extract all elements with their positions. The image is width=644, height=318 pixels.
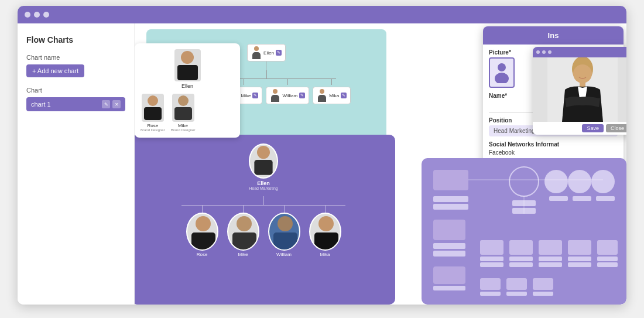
svg-rect-26 [433,266,465,284]
large-rose-name: Rose [197,252,208,257]
svg-point-0 [498,63,506,71]
mika-avatar [317,89,327,102]
svg-rect-20 [433,170,468,190]
svg-rect-53 [597,257,618,261]
mika-edit[interactable]: ✎ [341,93,347,98]
edit-icon: ✎ [102,100,110,108]
large-v-connector [263,196,264,205]
large-child-william: William [268,206,300,257]
browser-titlebar [18,6,626,23]
svg-rect-42 [480,262,503,267]
mika-name: Mika [329,93,339,98]
mike-mini-card: Mike Brand Designer [171,94,196,132]
add-new-chart-button[interactable]: + Add new chart [26,64,84,77]
svg-rect-43 [509,240,533,255]
svg-point-4 [257,146,270,159]
photo-panel: Save Close [533,47,626,135]
large-root: Ellen Head Marketing [249,143,278,190]
svg-point-6 [196,216,211,231]
svg-rect-36 [596,196,615,201]
root-card: Ellen ✎ [247,44,286,61]
large-william-name: William [276,252,292,257]
insert-header-text: Ins [548,31,559,40]
large-root-title: Head Marketing [249,186,278,190]
child-v-line [287,79,288,85]
svg-rect-27 [433,286,465,290]
chart-item-icons: ✎ ✕ [102,100,121,108]
large-org-tree: Ellen Head Marketing [141,143,386,296]
mike-name: Mike [241,93,251,98]
sidebar-title: Flow Charts [26,35,125,45]
mika-person [310,214,341,251]
photo-dot-1 [536,50,540,54]
browser-window: Flow Charts Chart name + Add new chart C… [18,6,626,305]
rose-mini-avatar [142,94,164,122]
delete-icon: ✕ [112,100,121,108]
large-mike-name: Mike [238,252,248,257]
chart-label: Chart [26,87,125,94]
picture-box[interactable] [489,57,515,88]
photo-body: Save Close [533,57,626,135]
svg-rect-46 [539,240,562,255]
rose-mini-person [142,94,164,122]
svg-rect-15 [177,65,198,80]
ellen-card-name: Ellen [181,83,193,89]
mike-mini-title: Brand Designer [171,128,196,132]
rose-mini-card: Rose Brand Designer [141,94,165,132]
svg-rect-34 [549,196,568,201]
mike-edit[interactable]: ✎ [252,93,258,98]
browser-content: Flow Charts Chart name + Add new chart C… [18,23,626,305]
root-name: Ellen [263,50,274,56]
svg-rect-57 [506,278,527,290]
william-person [269,214,300,251]
large-child-mike: Mike [227,206,259,257]
svg-rect-58 [506,292,527,296]
large-root-person [250,143,277,177]
large-root-avatar [249,143,278,179]
ellen-card-person [174,49,201,81]
svg-rect-11 [273,232,297,250]
svg-point-12 [318,216,334,231]
svg-rect-50 [568,257,591,261]
photo-save-button[interactable]: Save [582,124,604,132]
child-v-william [284,206,285,213]
large-mike-avatar [227,213,259,251]
svg-rect-64 [580,82,585,87]
sidebar: Flow Charts Chart name + Add new chart C… [18,23,135,305]
large-child-rose: Rose [186,206,218,257]
browser-dot-yellow [34,12,40,18]
mike-mini-avatar [172,94,194,122]
svg-point-28 [509,167,539,196]
root-avatar [251,46,262,59]
facebook-label: Facebook [489,149,618,156]
large-william-avatar [268,213,300,251]
insert-panel-header: Ins [483,26,624,45]
william-edit[interactable]: ✎ [299,93,305,98]
root-edit-icon[interactable]: ✎ [276,50,282,56]
teal-child-mika: Mika ✎ [313,79,351,104]
svg-rect-5 [254,160,272,175]
photo-close-button[interactable]: Close [606,124,626,132]
svg-rect-17 [144,107,162,120]
right-org-panel [422,158,626,305]
svg-rect-59 [533,278,553,290]
social-label: Social Networks Informat [489,141,618,148]
svg-rect-24 [433,243,465,249]
svg-rect-55 [480,278,501,290]
chart-item[interactable]: chart 1 ✎ ✕ [26,97,125,111]
root-connector [266,61,266,70]
browser-dot-red [25,12,30,18]
v-connector [266,70,267,79]
large-org-panel: Ellen Head Marketing [135,135,395,305]
photo-titlebar [533,47,626,57]
woman-svg [547,57,618,122]
svg-point-14 [181,51,194,64]
large-rose-avatar [186,213,218,251]
large-child-mika: Mika [309,206,341,257]
svg-point-31 [544,170,568,193]
svg-rect-60 [533,292,553,296]
photo-dot-2 [542,50,546,54]
child-v-line [244,79,244,85]
svg-rect-35 [573,196,591,201]
main-area: Ellen ✎ [135,23,626,305]
